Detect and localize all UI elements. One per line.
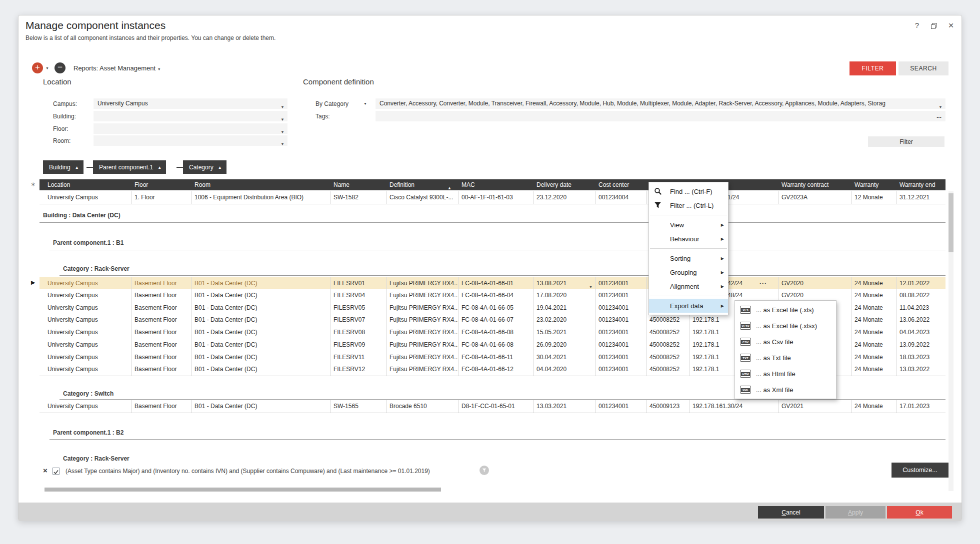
- table-row[interactable]: University CampusBasement FloorB01 - Dat…: [40, 400, 946, 413]
- table-cell[interactable]: 001234001: [596, 302, 646, 314]
- table-cell[interactable]: Basement Floor: [132, 314, 192, 326]
- table-cell[interactable]: 24 Monate: [852, 326, 896, 339]
- table-cell[interactable]: 24 Monate: [852, 277, 896, 289]
- context-menu-item-alignment[interactable]: Alignment▶: [649, 279, 728, 293]
- table-cell[interactable]: B01 - Data Center (DC): [192, 351, 330, 364]
- table-cell[interactable]: B01 - Data Center (DC): [192, 314, 330, 326]
- table-cell[interactable]: SW-1582: [330, 191, 386, 204]
- table-cell[interactable]: Fujitsu PRIMERGY RX4...: [386, 339, 458, 351]
- table-cell[interactable]: 23.12.2020: [534, 191, 596, 204]
- table-cell[interactable]: 450008252: [646, 326, 690, 339]
- table-cell[interactable]: FILESRV07: [330, 314, 386, 326]
- table-cell[interactable]: 001234001: [596, 351, 646, 364]
- column-header-definition[interactable]: Definition▲: [386, 179, 458, 190]
- table-cell[interactable]: 13.03.2022: [896, 363, 946, 376]
- table-cell[interactable]: FC-08-4A-01-66-07: [458, 314, 534, 326]
- table-cell[interactable]: 001234004: [596, 191, 646, 204]
- table-cell[interactable]: Brocade 6510: [386, 400, 458, 413]
- table-cell[interactable]: 001234001: [596, 277, 646, 289]
- export-menu-item-xlsx[interactable]: XLSX... as Excel file (.xlsx): [735, 318, 836, 334]
- table-cell[interactable]: FC-08-4A-01-66-05: [458, 302, 534, 314]
- table-cell[interactable]: 1. Floor: [132, 191, 192, 204]
- table-cell[interactable]: 23.02.2020: [534, 314, 596, 326]
- table-cell[interactable]: 24 Monate: [852, 351, 896, 364]
- context-menu-item-behaviour[interactable]: Behaviour▶: [649, 232, 728, 246]
- context-menu-item-grouping[interactable]: Grouping▶: [649, 265, 728, 279]
- table-cell[interactable]: 13.03.2021: [534, 400, 596, 413]
- table-cell[interactable]: FC-08-4A-01-66-08: [458, 326, 534, 339]
- table-cell[interactable]: FILESRV04: [330, 289, 386, 302]
- table-cell[interactable]: 24 Monate: [852, 302, 896, 314]
- table-cell[interactable]: 450008252: [646, 351, 690, 364]
- table-cell[interactable]: 13.08.2021▼: [534, 277, 596, 289]
- table-cell[interactable]: Fujitsu PRIMERGY RX4...: [386, 302, 458, 314]
- table-cell[interactable]: FC-08-4A-01-66-11: [458, 351, 534, 364]
- table-cell[interactable]: 001234001: [596, 289, 646, 302]
- table-cell[interactable]: Cisco Catalyst 9300L-...: [386, 191, 458, 204]
- table-cell[interactable]: 24 Monate: [852, 363, 896, 376]
- table-cell[interactable]: B01 - Data Center (DC): [192, 289, 330, 302]
- column-header-cost-center[interactable]: Cost center: [596, 179, 646, 190]
- table-cell[interactable]: 00-AF-1F-01-61-03: [458, 191, 534, 204]
- table-cell[interactable]: B01 - Data Center (DC): [192, 302, 330, 314]
- table-cell[interactable]: Basement Floor: [132, 289, 192, 302]
- table-cell[interactable]: 1006 - Equipment Distribution Area (BIO): [192, 191, 330, 204]
- table-cell[interactable]: University Campus: [44, 289, 132, 302]
- table-cell[interactable]: SW-1565: [330, 400, 386, 413]
- table-cell[interactable]: GV2020: [778, 289, 852, 302]
- column-header-warranty-contract[interactable]: Warranty contract: [778, 179, 852, 190]
- table-cell[interactable]: Fujitsu PRIMERGY RX4...: [386, 289, 458, 302]
- table-cell[interactable]: 450008252: [646, 363, 690, 376]
- close-icon[interactable]: ×: [946, 20, 956, 30]
- table-cell[interactable]: 24 Monate: [852, 289, 896, 302]
- context-menu-item-find-ctrl-f[interactable]: Find ... (Ctrl-F): [649, 184, 728, 198]
- export-menu-item-htm[interactable]: HTM... as Html file: [735, 366, 836, 382]
- table-cell[interactable]: Basement Floor: [132, 351, 192, 364]
- table-cell[interactable]: FILESRV11: [330, 351, 386, 364]
- table-cell[interactable]: 08.08.2022: [896, 289, 946, 302]
- table-cell[interactable]: Basement Floor: [132, 400, 192, 413]
- table-cell[interactable]: 26.09.2020: [534, 339, 596, 351]
- table-cell[interactable]: FC-08-4A-01-66-08: [458, 339, 534, 351]
- column-header-floor[interactable]: Floor: [132, 179, 192, 190]
- ellipsis-icon[interactable]: ···: [760, 277, 767, 289]
- column-header-mac[interactable]: MAC: [458, 179, 534, 190]
- table-cell[interactable]: GV2021: [778, 400, 852, 413]
- table-cell[interactable]: B01 - Data Center (DC): [192, 400, 330, 413]
- export-menu-item-xml[interactable]: XML... as Xml file: [735, 382, 836, 398]
- table-cell[interactable]: Fujitsu PRIMERGY RX4...: [386, 351, 458, 364]
- table-cell[interactable]: 11.04.2023: [896, 302, 946, 314]
- table-cell[interactable]: 001234001: [596, 363, 646, 376]
- column-header-warranty[interactable]: Warranty: [852, 179, 896, 190]
- table-cell[interactable]: 30.04.2021: [534, 351, 596, 364]
- table-cell[interactable]: FC-08-4A-01-66-01: [458, 277, 534, 289]
- column-header-name[interactable]: Name: [330, 179, 386, 190]
- table-cell[interactable]: 15.05.2021: [534, 326, 596, 339]
- table-cell[interactable]: University Campus: [44, 400, 132, 413]
- table-row[interactable]: University CampusBasement FloorB01 - Dat…: [40, 289, 946, 302]
- column-header-delivery-date[interactable]: Delivery date: [534, 179, 596, 190]
- column-header-room[interactable]: Room: [192, 179, 330, 190]
- table-cell[interactable]: Fujitsu PRIMERGY RX4...: [386, 363, 458, 376]
- table-cell[interactable]: Basement Floor: [132, 326, 192, 339]
- table-cell[interactable]: Basement Floor: [132, 339, 192, 351]
- table-cell[interactable]: 18.03.2023: [896, 351, 946, 364]
- table-cell[interactable]: Basement Floor: [132, 302, 192, 314]
- table-cell[interactable]: D8-1F-CC-01-65-01: [458, 400, 534, 413]
- table-cell[interactable]: 13.09.2022: [896, 339, 946, 351]
- table-cell[interactable]: University Campus: [44, 277, 132, 289]
- table-cell[interactable]: B01 - Data Center (DC): [192, 339, 330, 351]
- table-cell[interactable]: FILESRV08: [330, 326, 386, 339]
- table-cell[interactable]: B01 - Data Center (DC): [192, 277, 330, 289]
- table-cell[interactable]: 001234001: [596, 314, 646, 326]
- column-header-location[interactable]: Location: [44, 179, 132, 190]
- context-menu-item-filter-ctrl-l[interactable]: Filter ... (Ctrl-L): [649, 198, 728, 212]
- table-cell[interactable]: 17.01.2023: [896, 400, 946, 413]
- table-cell[interactable]: 12 Monate: [852, 191, 896, 204]
- table-cell[interactable]: GV2020: [778, 277, 852, 289]
- table-cell[interactable]: FILESRV09: [330, 339, 386, 351]
- table-cell[interactable]: Fujitsu PRIMERGY RX4...: [386, 326, 458, 339]
- table-cell[interactable]: 31.12.2021: [896, 191, 946, 204]
- table-cell[interactable]: 001234001: [596, 326, 646, 339]
- table-cell[interactable]: 001234001: [596, 339, 646, 351]
